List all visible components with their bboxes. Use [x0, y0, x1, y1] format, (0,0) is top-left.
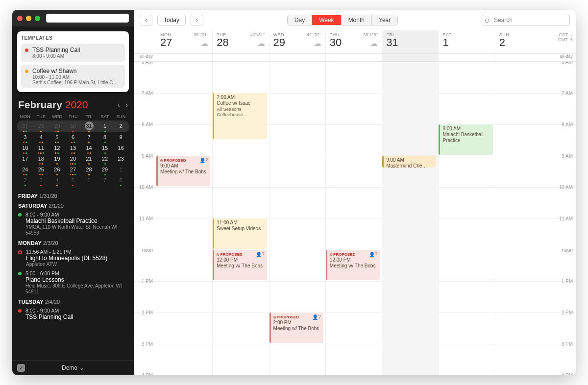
mini-day[interactable]: 7 — [81, 132, 97, 143]
mini-day[interactable]: 22 — [97, 154, 113, 165]
allday-cell[interactable] — [382, 54, 438, 61]
mini-day[interactable]: 16 — [113, 143, 129, 154]
mini-day[interactable]: 14 — [81, 143, 97, 154]
agenda-event[interactable]: 11:56 AM - 1:21 PM Flight to Minneapolis… — [18, 249, 128, 267]
template-item[interactable]: Coffee w/ Shawn 10:00 - 11:00 AM Seth's … — [21, 65, 125, 88]
mini-day[interactable]: 6 — [65, 132, 81, 143]
mini-day[interactable]: 25 — [33, 165, 49, 175]
day-column[interactable] — [495, 62, 551, 375]
view-day-button[interactable]: Day — [288, 15, 312, 25]
day-header[interactable]: SAT 1 — [438, 30, 494, 53]
day-column[interactable] — [156, 62, 212, 375]
day-header[interactable]: MON 35°/31° 27 ☁ — [156, 30, 212, 53]
agenda-event[interactable]: 8:00 - 9:00 AM TSS Planning Call — [18, 308, 128, 320]
mini-day[interactable]: 12 — [49, 143, 65, 154]
mini-day[interactable]: 19 — [49, 154, 65, 165]
allday-cell[interactable] — [212, 54, 269, 61]
mini-day[interactable]: 17 — [17, 154, 33, 165]
mini-day[interactable]: 27 — [65, 165, 81, 175]
mini-day[interactable]: 6 — [81, 175, 97, 186]
allday-cell[interactable] — [438, 54, 494, 61]
mini-day[interactable]: 4 — [49, 175, 65, 186]
minimize-icon[interactable] — [26, 16, 31, 21]
mini-day[interactable]: 23 — [113, 154, 129, 165]
mini-day[interactable]: 30 — [65, 120, 81, 132]
agenda-event[interactable]: 8:00 - 9:00 AM Malachi Basketball Practi… — [18, 212, 128, 236]
mini-day[interactable]: 5 — [49, 132, 65, 143]
mini-day[interactable]: 27 — [17, 120, 33, 132]
mini-day[interactable]: 8 — [97, 132, 113, 143]
mini-day[interactable]: 26 — [49, 165, 65, 175]
mini-day[interactable]: 15 — [97, 143, 113, 154]
day-header[interactable]: TUE 40°/31° 28 ☁ — [212, 30, 269, 53]
mini-month-header: February 2020 ‹ › — [12, 97, 134, 113]
template-item[interactable]: TSS Planning Call 8:00 - 9:00 AM — [21, 44, 125, 62]
mini-day[interactable]: 29 — [97, 165, 113, 175]
timezone-label[interactable]: CST ⌄GMT -6 — [551, 30, 576, 53]
today-button[interactable]: Today — [157, 15, 186, 25]
allday-cell[interactable] — [156, 54, 212, 61]
mini-day[interactable]: 8 — [113, 175, 129, 186]
zoom-icon[interactable] — [35, 16, 40, 21]
mini-day[interactable]: 2 — [17, 175, 33, 186]
allday-cell[interactable] — [269, 54, 325, 61]
calendar-event[interactable]: 8:00 AMMalachi Basketball Practice — [439, 124, 492, 155]
mini-day[interactable]: 5 — [65, 175, 81, 186]
allday-cell[interactable] — [325, 54, 382, 61]
day-column[interactable] — [438, 62, 494, 375]
mini-day[interactable]: 11 — [33, 143, 49, 154]
mini-day[interactable]: 18 — [33, 154, 49, 165]
mini-day[interactable]: 4 — [33, 132, 49, 143]
mini-day[interactable]: 21 — [81, 154, 97, 165]
next-week-button[interactable]: › — [191, 15, 203, 25]
calendar-event[interactable]: 11:00 AMSweet Setup Videos — [213, 218, 267, 249]
tasks-toggle[interactable]: ✓ — [17, 364, 25, 372]
calendar-event[interactable]: ⦸ PROPOSED12:00 PMMeeting w/ The Bobs👤? — [326, 250, 380, 280]
calendar-event[interactable]: 7:00 AMCoffee w/ IsaacAll Seasons Coffee… — [213, 93, 267, 139]
mini-day[interactable]: 29 — [49, 120, 65, 132]
allday-cell[interactable] — [495, 54, 551, 61]
day-header[interactable]: FRI 31 — [382, 30, 438, 53]
mini-calendar[interactable]: MONTUEWEDTHUFRISATSUN2728293031123456789… — [12, 113, 134, 189]
mini-day[interactable]: 31 — [81, 120, 97, 132]
calendar-event[interactable]: ⦸ PROPOSED12:00 PMMeeting w/ The Bobs👤? — [213, 250, 267, 280]
mini-day[interactable]: 1 — [97, 120, 113, 132]
weather-icon: ☁ — [370, 39, 378, 48]
calendar-set-picker[interactable]: Demo ⌄ — [62, 364, 84, 371]
mini-day[interactable]: 28 — [81, 165, 97, 175]
search-input[interactable] — [482, 15, 570, 25]
mini-day[interactable]: 24 — [17, 165, 33, 175]
mini-day[interactable]: 28 — [33, 120, 49, 132]
mini-day[interactable]: 13 — [65, 143, 81, 154]
mini-next-icon[interactable]: › — [125, 101, 128, 109]
agenda-event[interactable]: 5:00 - 6:00 PM Piano Lessons Heid Music,… — [18, 270, 128, 295]
calendar-event[interactable]: 9:00 AMMastermind Che… — [382, 156, 436, 168]
mini-day[interactable]: 3 — [33, 175, 49, 186]
agenda-day: TUESDAY 2/4/20 8:00 - 9:00 AM TSS Planni… — [18, 299, 128, 320]
calendar-event[interactable]: ⦸ PROPOSED2:00 PMMeeting w/ The Bobs👤? — [270, 313, 323, 343]
day-header[interactable]: THU 38°/25° 30 ☁ — [325, 30, 382, 53]
hour-label-right: noon — [551, 247, 576, 253]
calendar-event[interactable]: ⦸ PROPOSED9:00 AMMeeting w/ The Bobs👤? — [156, 156, 210, 186]
day-column[interactable] — [325, 62, 382, 375]
mini-day[interactable]: 10 — [17, 143, 33, 154]
prev-week-button[interactable]: ‹ — [140, 15, 152, 25]
mini-day[interactable]: 3 — [17, 132, 33, 143]
week-grid[interactable]: 6 AM6 AM7 AM7 AM8 AM8 AM9 AM9 AM10 AM10 … — [134, 62, 576, 375]
mini-day[interactable]: 9 — [113, 132, 129, 143]
view-year-button[interactable]: Year — [372, 15, 397, 25]
view-month-button[interactable]: Month — [342, 15, 372, 25]
window-controls — [17, 16, 40, 21]
agenda-day-header: MONDAY 2/3/20 — [18, 240, 128, 246]
mini-day[interactable]: 7 — [97, 175, 113, 186]
day-header[interactable]: SUN 2 — [495, 30, 551, 53]
mini-day[interactable]: 2 — [113, 120, 129, 132]
day-header[interactable]: WED 42°/32° 29 ☁ — [269, 30, 325, 53]
quick-entry-input[interactable] — [46, 14, 129, 23]
mini-day[interactable]: 1 — [113, 165, 129, 175]
view-week-button[interactable]: Week — [312, 15, 341, 25]
mini-prev-icon[interactable]: ‹ — [118, 101, 120, 109]
day-column[interactable] — [382, 62, 438, 375]
close-icon[interactable] — [17, 16, 23, 21]
mini-day[interactable]: 20 — [65, 154, 81, 165]
